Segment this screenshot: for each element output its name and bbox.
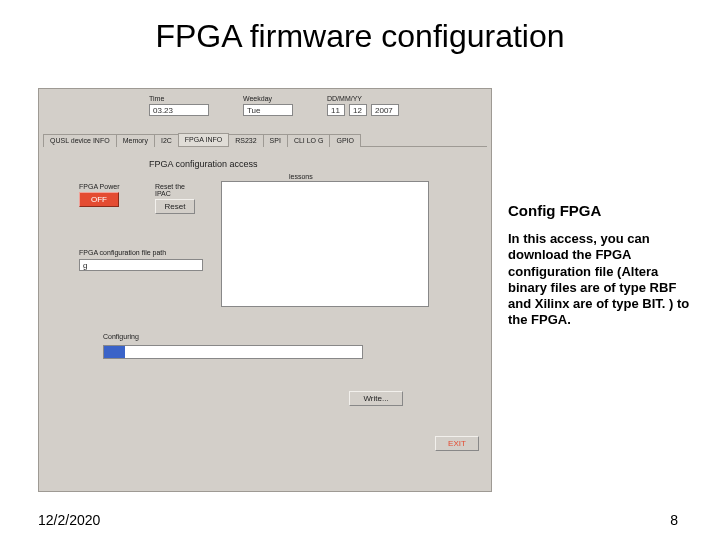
reset-label: Reset the IPAC bbox=[155, 183, 199, 197]
app-window: Time 03.23 Weekday Tue DD/MM/YY 11 12 20… bbox=[38, 88, 492, 492]
footer-page-number: 8 bbox=[670, 512, 678, 528]
time-label: Time bbox=[149, 95, 209, 102]
tab-memory[interactable]: Memory bbox=[116, 134, 155, 147]
file-path-label: FPGA configuration file path bbox=[79, 249, 166, 256]
date-label: DD/MM/YY bbox=[327, 95, 399, 102]
configuring-label: Configuring bbox=[103, 333, 139, 340]
lessons-textarea[interactable] bbox=[221, 181, 429, 307]
exit-button[interactable]: EXIT bbox=[435, 436, 479, 451]
slide-title: FPGA firmware configuration bbox=[0, 18, 720, 55]
side-title: Config FPGA bbox=[508, 202, 692, 219]
app-header: Time 03.23 Weekday Tue DD/MM/YY 11 12 20… bbox=[149, 95, 471, 116]
reset-button[interactable]: Reset bbox=[155, 199, 195, 214]
tab-qusl-device-info[interactable]: QUSL device INFO bbox=[43, 134, 117, 147]
lessons-label: lessons bbox=[289, 173, 313, 180]
progress-fill bbox=[104, 346, 125, 358]
fpga-power-button[interactable]: OFF bbox=[79, 192, 119, 207]
footer-date: 12/2/2020 bbox=[38, 512, 100, 528]
date-yy-field[interactable]: 2007 bbox=[371, 104, 399, 116]
panel-title: FPGA configuration access bbox=[149, 159, 258, 169]
date-dd-field[interactable]: 11 bbox=[327, 104, 345, 116]
tab-spi[interactable]: SPI bbox=[263, 134, 288, 147]
tab-fpga-info[interactable]: FPGA INFO bbox=[178, 133, 229, 146]
weekday-group: Weekday Tue bbox=[243, 95, 293, 116]
tab-cli-log[interactable]: CLI LO G bbox=[287, 134, 331, 147]
side-text: Config FPGA In this access, you can down… bbox=[508, 202, 692, 329]
weekday-label: Weekday bbox=[243, 95, 293, 102]
date-mm-field[interactable]: 12 bbox=[349, 104, 367, 116]
progress-bar bbox=[103, 345, 363, 359]
side-body: In this access, you can download the FPG… bbox=[508, 231, 692, 329]
file-path-input[interactable]: g bbox=[79, 259, 203, 271]
weekday-field[interactable]: Tue bbox=[243, 104, 293, 116]
tab-rs232[interactable]: RS232 bbox=[228, 134, 263, 147]
tab-i2c[interactable]: I2C bbox=[154, 134, 179, 147]
tab-bar: QUSL device INFO Memory I2C FPGA INFO RS… bbox=[43, 133, 487, 147]
date-group-container: DD/MM/YY 11 12 2007 bbox=[327, 95, 399, 116]
tab-gpio[interactable]: GPIO bbox=[329, 134, 361, 147]
time-field[interactable]: 03.23 bbox=[149, 104, 209, 116]
write-button[interactable]: Write... bbox=[349, 391, 403, 406]
time-group: Time 03.23 bbox=[149, 95, 209, 116]
